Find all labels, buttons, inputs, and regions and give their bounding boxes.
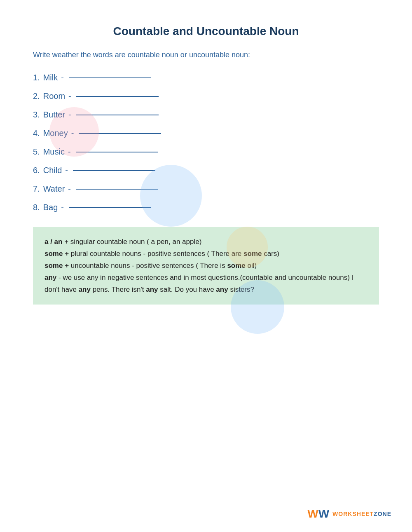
list-item: 3. Butter - [33, 110, 379, 120]
info-bold-some-1: some + [44, 250, 69, 258]
item-word: Music [43, 147, 65, 157]
info-bold-a-an: a / an [44, 238, 62, 246]
item-separator: - [61, 73, 64, 82]
brand-zone: ZONE [374, 511, 391, 517]
info-bold-some-2: some + [44, 262, 69, 270]
item-separator: - [68, 110, 71, 120]
item-number: 3. [33, 110, 40, 120]
logo-w-orange: W [307, 507, 318, 520]
list-item: 8. Bag - [33, 203, 379, 212]
logo-w-blue: W [318, 507, 329, 520]
info-text-2: plural countable nouns - positive senten… [69, 250, 279, 258]
item-number: 8. [33, 203, 40, 212]
item-word: Money [43, 129, 68, 138]
item-separator: - [65, 166, 68, 175]
item-separator: - [61, 203, 64, 212]
list-item: 4. Money - [33, 129, 379, 138]
item-number: 4. [33, 129, 40, 138]
info-bold-any: any [44, 274, 56, 281]
info-line-1: a / an + singular countable noun ( a pen… [44, 236, 368, 248]
item-word: Milk [43, 73, 58, 82]
logo-letters: WW [307, 507, 329, 520]
watermark: WW WORKSHEETZONE [307, 507, 391, 520]
answer-line [69, 77, 151, 78]
answer-line [76, 115, 159, 115]
item-number: 7. [33, 184, 40, 194]
watermark-text: WORKSHEETZONE [332, 511, 391, 517]
item-word: Child [43, 166, 62, 175]
answer-line [79, 133, 161, 134]
item-separator: - [68, 91, 71, 101]
list-item: 5. Music - [33, 147, 379, 157]
item-separator: - [68, 147, 71, 157]
list-item: 2. Room - [33, 91, 379, 101]
item-number: 1. [33, 73, 40, 82]
page: Countable and Uncountable Noun Write wea… [0, 0, 412, 532]
exercise-list: 1. Milk - 2. Room - 3. Butter - 4. Money… [33, 73, 379, 212]
item-separator: - [68, 184, 71, 194]
info-text-3: uncountable nouns - positive sentences (… [69, 262, 257, 270]
info-text-1: + singular countable noun ( a pen, an ap… [62, 238, 201, 246]
item-number: 2. [33, 91, 40, 101]
info-line-2: some + plural countable nouns - positive… [44, 248, 368, 260]
item-separator: - [71, 129, 74, 138]
list-item: 1. Milk - [33, 73, 379, 82]
answer-line [76, 96, 159, 97]
item-word: Butter [43, 110, 65, 120]
answer-line [73, 170, 155, 171]
info-line-4: any - we use any in negative sentences a… [44, 272, 368, 296]
list-item: 7. Water - [33, 184, 379, 194]
item-word: Bag [43, 203, 58, 212]
item-word: Room [43, 91, 65, 101]
page-title: Countable and Uncountable Noun [33, 25, 379, 38]
instructions-text: Write weather the words are countable no… [33, 49, 379, 61]
info-box: a / an + singular countable noun ( a pen… [33, 227, 379, 305]
item-number: 6. [33, 166, 40, 175]
answer-line [76, 189, 158, 190]
watermark-logo: WW [307, 507, 329, 520]
answer-line [69, 207, 151, 208]
info-text-4: - we use any in negative sentences and i… [44, 274, 353, 293]
answer-line [76, 152, 158, 152]
item-number: 5. [33, 147, 40, 157]
brand-worksheet: WORKSHEET [332, 511, 374, 517]
list-item: 6. Child - [33, 166, 379, 175]
item-word: Water [43, 184, 65, 194]
info-line-3: some + uncountable nouns - positive sent… [44, 260, 368, 272]
